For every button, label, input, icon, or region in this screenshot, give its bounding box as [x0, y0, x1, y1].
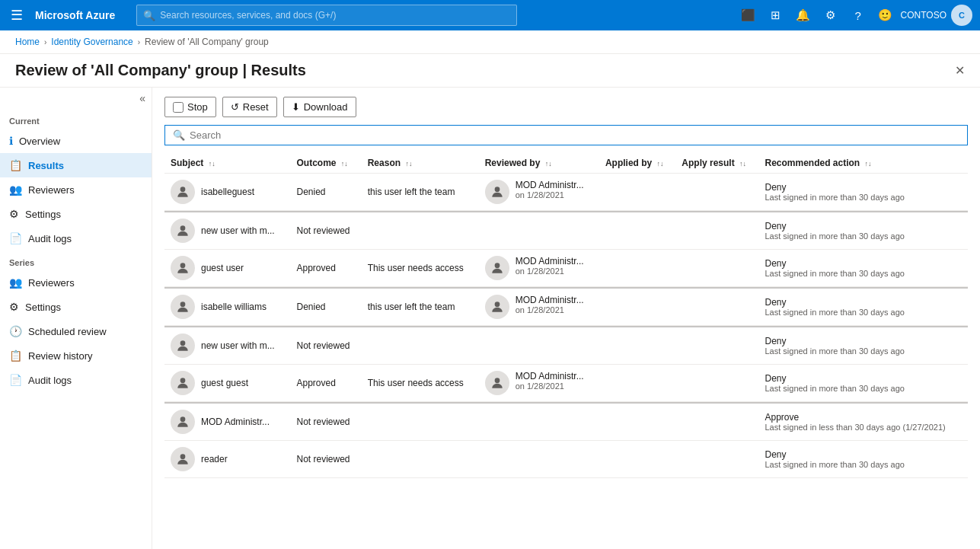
user-avatar [171, 334, 195, 358]
sort-outcome-icon: ↑↓ [341, 160, 348, 168]
reviewer-avatar [485, 371, 509, 395]
sort-subject-icon: ↑↓ [209, 160, 215, 168]
svg-point-8 [180, 378, 186, 383]
outcome-cell: Not reviewed [290, 403, 361, 441]
reviewer-name: MOD Administr... [516, 180, 584, 190]
reviewed-by-cell [479, 441, 599, 478]
col-recommended-action[interactable]: Recommended action ↑↓ [758, 153, 968, 174]
reason-cell [362, 403, 479, 441]
sidebar-item-reviewers-series[interactable]: 👥 Reviewers [0, 270, 152, 295]
reset-button[interactable]: ↺ Reset [222, 97, 277, 117]
reason-value: this user left the team [368, 187, 455, 197]
breadcrumb-home[interactable]: Home [15, 37, 40, 47]
breadcrumb-sep-2: › [138, 38, 140, 46]
sidebar-item-label-results: Results [28, 160, 64, 171]
reviewer-date: on 1/28/2021 [516, 381, 584, 391]
col-subject[interactable]: Subject ↑↓ [164, 153, 290, 174]
reviewed-by-cell: MOD Administr... on 1/28/2021 [479, 288, 599, 326]
rec-action-note: Last signed in more than 30 days ago [765, 193, 962, 202]
help-icon[interactable]: ? [846, 3, 870, 27]
col-reason[interactable]: Reason ↑↓ [362, 153, 479, 174]
col-reviewed-by[interactable]: Reviewed by ↑↓ [479, 153, 599, 174]
table-row: isabelle williams Deniedthis user left t… [164, 288, 968, 326]
search-bar[interactable]: 🔍 [164, 125, 968, 145]
reviewed-by-cell [479, 212, 599, 250]
global-search-bar[interactable]: 🔍 [136, 5, 517, 26]
rec-action-label: Deny [765, 221, 962, 231]
toolbar: Stop ↺ Reset ⬇ Download [164, 97, 968, 117]
user-avatar [171, 410, 195, 434]
recommended-action-cell: Deny Last signed in more than 30 days ag… [758, 441, 968, 478]
table-row: guest guest ApprovedThis user needs acce… [164, 365, 968, 402]
reviewer-date: on 1/28/2021 [516, 267, 584, 276]
cloud-shell-icon[interactable]: ⬛ [736, 3, 761, 27]
rec-action-label: Deny [765, 297, 962, 308]
sidebar-item-review-history[interactable]: 📋 Review history [0, 343, 152, 368]
reason-cell: This user needs access [362, 250, 479, 287]
outcome-value: Denied [296, 302, 325, 312]
download-button[interactable]: ⬇ Download [283, 97, 356, 117]
sidebar-item-results[interactable]: 📋 Results [0, 153, 152, 177]
applied-by-cell [599, 288, 675, 326]
stop-button[interactable]: Stop [164, 97, 216, 117]
reason-value: this user left the team [368, 302, 455, 312]
sidebar-item-settings[interactable]: ⚙ Settings [0, 202, 152, 226]
sidebar-item-reviewers[interactable]: 👥 Reviewers [0, 177, 152, 202]
sidebar-item-scheduled-review[interactable]: 🕐 Scheduled review [0, 319, 152, 343]
col-applied-by[interactable]: Applied by ↑↓ [599, 153, 675, 174]
sidebar-item-audit-logs-series[interactable]: 📄 Audit logs [0, 368, 152, 392]
outcome-cell: Denied [290, 174, 361, 211]
rec-action-container: Deny Last signed in more than 30 days ag… [765, 373, 962, 393]
settings-nav-icon: ⚙ [9, 208, 19, 220]
collapse-sidebar-button[interactable]: « [139, 92, 145, 104]
col-apply-result[interactable]: Apply result ↑↓ [675, 153, 758, 174]
subject-cell: new user with m... [164, 212, 290, 250]
outcome-value: Not reviewed [296, 454, 350, 464]
rec-action-container: Deny Last signed in more than 30 days ag… [765, 449, 962, 469]
outcome-value: Not reviewed [296, 340, 350, 351]
close-button[interactable]: ✕ [955, 63, 965, 78]
svg-point-3 [180, 263, 186, 268]
col-outcome[interactable]: Outcome ↑↓ [290, 153, 361, 174]
series-section-label: Series [0, 251, 152, 270]
rec-action-note: Last signed in less than 30 days ago (1/… [765, 423, 962, 432]
outcome-cell: Not reviewed [290, 441, 361, 478]
svg-point-11 [180, 454, 186, 459]
main-layout: « Current ℹ Overview 📋 Results 👥 Reviewe… [0, 88, 980, 549]
rec-action-note: Last signed in more than 30 days ago [765, 231, 962, 241]
page-title: Review of 'All Company' group | Results [15, 62, 306, 79]
results-icon: 📋 [9, 159, 22, 171]
breadcrumb-identity-governance[interactable]: Identity Governance [51, 37, 132, 47]
rec-action-label: Deny [765, 336, 962, 346]
global-search-input[interactable] [160, 10, 510, 21]
table-row: new user with m... Not reviewed Deny Las… [164, 212, 968, 250]
search-input[interactable] [190, 129, 959, 141]
sidebar-item-settings-series[interactable]: ⚙ Settings [0, 295, 152, 319]
settings-icon[interactable]: ⚙ [819, 3, 843, 27]
feedback-icon[interactable]: 🙂 [873, 3, 898, 27]
user-menu[interactable]: CONTOSO C [901, 5, 972, 26]
subject-name: new user with m... [201, 340, 275, 351]
subject-cell: isabelle williams [164, 288, 290, 326]
sidebar-item-overview[interactable]: ℹ Overview [0, 129, 152, 153]
reviewer-info: MOD Administr... on 1/28/2021 [516, 295, 584, 314]
sidebar-item-audit-logs[interactable]: 📄 Audit logs [0, 226, 152, 251]
review-history-icon: 📋 [9, 350, 22, 362]
sidebar-item-label-reviewers-series: Reviewers [28, 277, 75, 289]
sidebar-item-label-settings: Settings [25, 209, 61, 220]
user-avatar [171, 447, 195, 471]
reason-cell [362, 212, 479, 250]
recommended-action-cell: Deny Last signed in more than 30 days ag… [758, 288, 968, 326]
sort-reviewed-icon: ↑↓ [545, 160, 552, 168]
stop-checkbox[interactable] [173, 102, 184, 113]
hamburger-icon[interactable]: ☰ [8, 4, 26, 27]
notifications-icon[interactable]: 🔔 [791, 3, 816, 27]
reason-cell: this user left the team [362, 288, 479, 326]
sort-apply-result-icon: ↑↓ [739, 160, 746, 168]
applied-by-cell [599, 403, 675, 441]
rec-action-label: Approve [765, 412, 962, 423]
reset-label: Reset [243, 101, 269, 113]
directory-icon[interactable]: ⊞ [764, 3, 788, 27]
reason-value: This user needs access [368, 378, 464, 388]
sidebar: « Current ℹ Overview 📋 Results 👥 Reviewe… [0, 88, 152, 549]
